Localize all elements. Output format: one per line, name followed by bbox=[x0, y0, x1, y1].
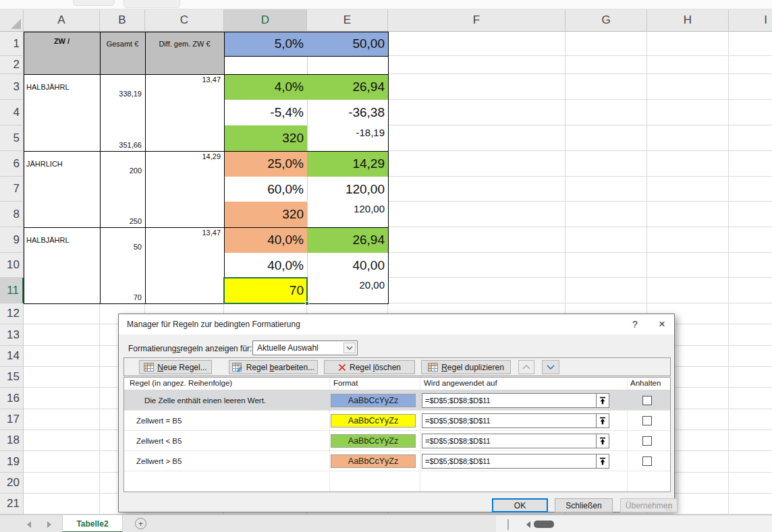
cell-E5[interactable]: -18,19 bbox=[307, 125, 388, 151]
row-header-15[interactable]: 15 bbox=[0, 367, 24, 388]
cell-A1[interactable]: ZW / bbox=[24, 32, 100, 74]
row-header-16[interactable]: 16 bbox=[0, 388, 24, 409]
collapse-dialog-icon[interactable] bbox=[596, 454, 609, 469]
row-header-19[interactable]: 19 bbox=[0, 451, 24, 473]
grid-cell-G3[interactable] bbox=[566, 74, 647, 100]
grid-cell-H3[interactable] bbox=[647, 74, 729, 100]
ok-button[interactable]: OK bbox=[492, 498, 548, 512]
grid-cell-I16[interactable] bbox=[729, 388, 772, 409]
sheet-tab-tabelle2[interactable]: Tabelle2 bbox=[62, 515, 123, 532]
cell-C1[interactable]: Diff. gem. ZW € bbox=[145, 32, 224, 74]
row-header-3[interactable]: 3 bbox=[0, 74, 24, 100]
cell-E10[interactable]: 40,00 bbox=[307, 253, 388, 278]
grid-cell-F2[interactable] bbox=[388, 56, 566, 74]
fill-handle[interactable] bbox=[305, 301, 309, 305]
add-sheet-button[interactable]: + bbox=[135, 518, 146, 529]
grid-cell-A13[interactable] bbox=[24, 324, 100, 346]
cell-E3[interactable]: 26,94 bbox=[307, 74, 388, 100]
grid-cell-F10[interactable] bbox=[388, 253, 566, 278]
grid-cell-F4[interactable] bbox=[388, 100, 566, 125]
row-header-5[interactable]: 5 bbox=[0, 125, 24, 151]
cell-E6[interactable]: 14,29 bbox=[307, 151, 388, 177]
cell-E7[interactable]: 120,00 bbox=[307, 177, 388, 202]
grid-cell-F1[interactable] bbox=[388, 32, 566, 56]
grid-cell-I12[interactable] bbox=[729, 303, 772, 324]
rule-row-cell-equals[interactable]: Zellwert = B5 AaBbCcYyZz bbox=[124, 411, 670, 431]
cell-C6[interactable]: 14,29 bbox=[145, 151, 224, 177]
row-header-9[interactable]: 9 bbox=[0, 227, 24, 253]
grid-cell-I9[interactable] bbox=[729, 227, 772, 253]
grid-cell-H7[interactable] bbox=[647, 177, 729, 202]
cell-D8[interactable]: 320 bbox=[224, 202, 307, 227]
dialog-close-button[interactable]: × bbox=[649, 314, 676, 334]
grid-cell-G4[interactable] bbox=[566, 100, 647, 125]
next-sheet-arrow-icon[interactable] bbox=[47, 521, 51, 528]
grid-cell-G11[interactable] bbox=[566, 278, 647, 303]
column-header-C[interactable]: C bbox=[145, 9, 224, 32]
grid-cell-I18[interactable] bbox=[729, 430, 772, 451]
grid-cell-F7[interactable] bbox=[388, 177, 566, 202]
scrollbar-thumb[interactable] bbox=[534, 521, 554, 528]
row-header-1[interactable]: 1 bbox=[0, 32, 24, 56]
grid-cell-I15[interactable] bbox=[729, 367, 772, 388]
column-header-D[interactable]: D bbox=[224, 9, 307, 32]
grid-cell-H9[interactable] bbox=[647, 227, 729, 253]
cell-D7[interactable]: 60,0% bbox=[224, 177, 307, 202]
grid-cell-I14[interactable] bbox=[729, 346, 772, 367]
scroll-left-arrow-icon[interactable] bbox=[526, 521, 530, 528]
grid-cell-A15[interactable] bbox=[24, 367, 100, 388]
cell-B3[interactable]: 338,19 bbox=[100, 74, 145, 100]
close-button[interactable]: Schließen bbox=[555, 498, 613, 512]
select-all-button[interactable] bbox=[0, 9, 24, 32]
column-header-F[interactable]: F bbox=[388, 9, 566, 32]
cell-B8[interactable]: 250 bbox=[100, 202, 145, 227]
grid-cell-A12[interactable] bbox=[24, 303, 100, 324]
stop-if-true-checkbox[interactable] bbox=[642, 456, 652, 466]
grid-cell-G2[interactable] bbox=[566, 56, 647, 74]
row-header-6[interactable]: 6 bbox=[0, 151, 24, 177]
cell-C9[interactable]: 13,47 bbox=[145, 227, 224, 253]
stop-if-true-checkbox[interactable] bbox=[642, 416, 652, 425]
delete-rule-button[interactable]: Regel löschen bbox=[324, 360, 415, 374]
applies-to-input[interactable] bbox=[422, 454, 596, 469]
collapse-dialog-icon[interactable] bbox=[596, 434, 609, 448]
cell-B5[interactable]: 351,66 bbox=[100, 125, 145, 151]
cell-E1[interactable]: 50,00 bbox=[307, 32, 388, 56]
grid-cell-H1[interactable] bbox=[647, 32, 729, 56]
row-header-10[interactable]: 10 bbox=[0, 253, 24, 278]
grid-cell-I2[interactable] bbox=[729, 56, 772, 74]
grid-cell-I5[interactable] bbox=[729, 125, 772, 151]
grid-cell-G6[interactable] bbox=[566, 151, 647, 177]
grid-cell-H2[interactable] bbox=[647, 56, 729, 74]
grid-cell-A21[interactable] bbox=[24, 494, 100, 514]
grid-cell-G9[interactable] bbox=[566, 227, 647, 253]
row-header-11[interactable]: 11 bbox=[0, 278, 24, 303]
cell-D3[interactable]: 4,0% bbox=[224, 74, 307, 100]
cell-D10[interactable]: 40,0% bbox=[224, 253, 307, 278]
row-header-7[interactable]: 7 bbox=[0, 177, 24, 202]
grid-cell-I17[interactable] bbox=[729, 409, 772, 430]
stop-if-true-checkbox[interactable] bbox=[642, 436, 652, 446]
dialog-help-button[interactable]: ? bbox=[624, 314, 646, 334]
cell-B1[interactable]: Gesamt € bbox=[100, 32, 145, 74]
grid-cell-A14[interactable] bbox=[24, 346, 100, 367]
column-header-I[interactable]: I bbox=[729, 9, 772, 32]
row-header-17[interactable]: 17 bbox=[0, 409, 24, 430]
cell-C3[interactable]: 13,47 bbox=[145, 74, 224, 100]
grid-cell-F9[interactable] bbox=[388, 227, 566, 253]
grid-cell-F5[interactable] bbox=[388, 125, 566, 151]
collapse-dialog-icon[interactable] bbox=[596, 393, 609, 408]
new-rule-button[interactable]: Neue Regel... bbox=[139, 360, 212, 374]
row-header-20[interactable]: 20 bbox=[0, 473, 24, 494]
grid-cell-F3[interactable] bbox=[388, 74, 566, 100]
move-rule-down-button[interactable] bbox=[542, 360, 559, 374]
grid-cell-I11[interactable] bbox=[729, 278, 772, 303]
cell-B6[interactable]: 200 bbox=[100, 151, 145, 177]
grid-cell-H8[interactable] bbox=[647, 202, 729, 227]
show-rules-for-dropdown[interactable]: Aktuelle Auswahl bbox=[252, 341, 358, 355]
edit-rule-button[interactable]: Regel bearbeiten... bbox=[229, 360, 318, 374]
move-rule-up-button[interactable] bbox=[518, 360, 534, 374]
cell-B11[interactable]: 70 bbox=[100, 278, 145, 303]
grid-cell-F8[interactable] bbox=[388, 202, 566, 227]
grid-cell-H11[interactable] bbox=[647, 278, 729, 303]
